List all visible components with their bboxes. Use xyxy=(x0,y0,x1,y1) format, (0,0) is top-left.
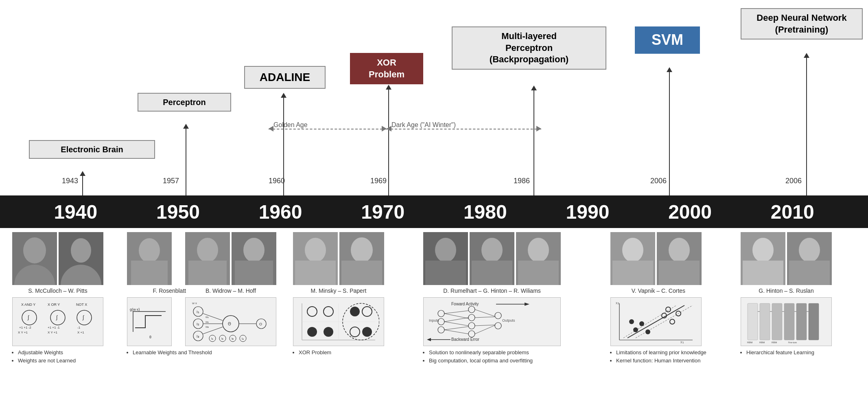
svg-text:O: O xyxy=(259,322,262,326)
name-mcculloch-pitts: S. McCulloch – W. Pitts xyxy=(12,287,103,294)
event-box-xor: XORProblem xyxy=(350,53,423,84)
svg-rect-85 xyxy=(518,261,559,285)
svg-rect-82 xyxy=(472,261,512,285)
decade-1950: 1950 xyxy=(156,201,200,223)
photo-cortes xyxy=(657,232,702,285)
photo-hinton xyxy=(470,232,514,285)
svg-text:I₂: I₂ xyxy=(197,322,199,326)
svg-rect-140 xyxy=(748,303,758,340)
bullets-xor: XOR Problem xyxy=(293,349,384,357)
bullets-rosenblatt: Learnable Weights and Threshold xyxy=(127,349,212,357)
svg-text:X AND Y: X AND Y xyxy=(21,303,35,307)
top-section: Electronic Brain 1943 Perceptron 1957 AD… xyxy=(0,0,868,195)
svg-point-98 xyxy=(495,312,501,319)
svg-point-129 xyxy=(670,319,675,324)
name-widrow-hoff: B. Widrow – M. Hoff xyxy=(185,287,276,294)
name-vapnik: V. Vapnik – C. Cortes xyxy=(610,287,706,294)
year-1969: 1969 xyxy=(370,177,387,185)
svg-text:I₁: I₁ xyxy=(197,310,199,314)
dark-age-line xyxy=(387,129,541,129)
svg-text:+1  +1  -1: +1 +1 -1 xyxy=(48,326,60,329)
svg-point-114 xyxy=(622,238,643,262)
svg-rect-79 xyxy=(425,261,466,285)
svg-text:I₂: I₂ xyxy=(221,337,223,340)
svg-text:I₄: I₄ xyxy=(242,337,244,340)
svg-text:w₃: w₃ xyxy=(205,325,209,328)
svg-rect-142 xyxy=(772,303,782,340)
year-1943: 1943 xyxy=(62,177,78,185)
svg-text:Inputs: Inputs xyxy=(429,318,439,322)
name-rumelhart: D. Rumelhart – G. Hinton – R. Wiliams xyxy=(423,287,561,294)
svg-text:NOT X: NOT X xyxy=(76,303,87,307)
svg-text:I₃: I₃ xyxy=(232,337,234,340)
decade-1970: 1970 xyxy=(361,201,404,223)
svg-point-70 xyxy=(324,327,333,337)
svg-point-135 xyxy=(752,238,774,262)
svg-marker-112 xyxy=(427,338,431,341)
decade-2010: 2010 xyxy=(771,201,814,223)
svg-text:w₂: w₂ xyxy=(205,320,209,323)
svg-line-109 xyxy=(475,325,495,334)
arrowhead-electronic-brain xyxy=(80,171,85,176)
arrowhead-xor xyxy=(386,85,391,90)
svg-line-106 xyxy=(475,309,495,316)
diagram-rosenblatt: g(w·x) θ xyxy=(127,297,172,346)
svg-text:x₁: x₁ xyxy=(680,340,684,344)
photo-williams xyxy=(516,232,561,285)
year-1995: 2006 xyxy=(650,177,667,185)
svg-point-30 xyxy=(243,238,265,262)
svg-text:X OR Y: X OR Y xyxy=(48,303,60,307)
svg-point-71 xyxy=(324,307,333,316)
diagram-widrow: w·x Θ I₁ I₂ I₃ O xyxy=(185,297,276,346)
arrow-line-electronic-brain xyxy=(82,176,83,195)
svg-line-108 xyxy=(475,325,495,326)
svg-line-101 xyxy=(444,314,468,318)
svg-point-81 xyxy=(481,238,503,262)
decade-1990: 1990 xyxy=(566,201,610,223)
svg-text:X  Y  +1: X Y +1 xyxy=(48,331,58,334)
svg-line-123 xyxy=(636,305,693,338)
event-box-electronic-brain: Electronic Brain xyxy=(29,140,155,159)
svg-text:x₂: x₂ xyxy=(616,301,619,305)
svg-line-102 xyxy=(444,318,468,322)
svg-line-104 xyxy=(444,327,468,330)
event-box-adaline: ADALINE xyxy=(244,66,326,89)
bullets-backprop: Solution to nonlinearly separable proble… xyxy=(423,349,561,364)
svg-text:RBM: RBM xyxy=(759,341,765,344)
svg-text:+1 +1  -2: +1 +1 -2 xyxy=(19,326,31,329)
svg-point-96 xyxy=(468,331,475,337)
svg-rect-115 xyxy=(612,261,653,285)
arrowhead-adaline xyxy=(281,93,286,98)
svg-point-4 xyxy=(71,238,91,263)
svg-point-75 xyxy=(362,327,372,337)
svg-point-125 xyxy=(639,321,644,326)
photo-rosenblatt xyxy=(127,232,172,285)
timeline-container: Electronic Brain 1943 Perceptron 1957 AD… xyxy=(0,0,868,408)
svg-point-95 xyxy=(468,322,475,329)
svg-text:θ: θ xyxy=(149,335,151,339)
golden-age-arrow-right xyxy=(382,126,387,132)
svg-text:w·x: w·x xyxy=(192,301,197,305)
dark-age-arrow-right xyxy=(536,126,541,132)
year-1986: 1986 xyxy=(514,177,530,185)
svg-text:I₁: I₁ xyxy=(211,337,213,340)
person-rumelhart: D. Rumelhart – G. Hinton – R. Wiliams Fo… xyxy=(423,232,561,364)
svg-point-92 xyxy=(438,327,444,333)
svg-point-9 xyxy=(22,310,37,325)
photo-hinton2 xyxy=(741,232,785,285)
svg-point-93 xyxy=(468,306,475,313)
svg-text:RBM: RBM xyxy=(772,341,777,344)
diagram-backprop: Foward Activity Inputs Outputs xyxy=(423,297,561,346)
name-hinton-ruslan: G. Hinton – S. Ruslan xyxy=(741,287,832,294)
arrow-perceptron xyxy=(183,124,189,195)
diagram-dnn: RBM RBM RBM Fine-tune xyxy=(741,297,832,346)
person-mcculloch-pitts: S. McCulloch – W. Pitts X AND Y X OR Y N… xyxy=(12,232,103,364)
golden-age-arrow-left xyxy=(269,126,273,132)
svg-rect-139 xyxy=(789,261,830,285)
svg-point-13 xyxy=(77,310,92,325)
svg-rect-136 xyxy=(743,261,783,285)
event-box-perceptron: Perceptron xyxy=(138,93,231,112)
photo-pitts xyxy=(59,232,103,285)
golden-age-line xyxy=(269,129,387,129)
svg-point-59 xyxy=(305,238,326,262)
